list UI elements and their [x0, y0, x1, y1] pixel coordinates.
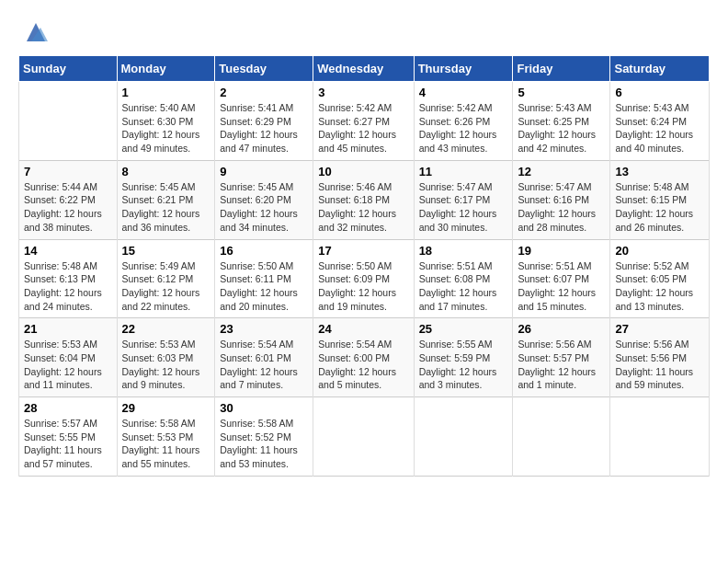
day-number: 28: [24, 401, 112, 415]
day-number: 25: [419, 322, 508, 336]
day-info: Sunrise: 5:48 AM Sunset: 6:13 PM Dayligh…: [24, 259, 112, 314]
calendar-cell: 17Sunrise: 5:50 AM Sunset: 6:09 PM Dayli…: [313, 239, 414, 318]
day-number: 10: [318, 165, 408, 178]
weekday-header: Tuesday: [215, 56, 313, 82]
calendar-cell: 28Sunrise: 5:57 AM Sunset: 5:55 PM Dayli…: [19, 397, 118, 477]
calendar-cell: 25Sunrise: 5:55 AM Sunset: 5:59 PM Dayli…: [414, 318, 513, 397]
calendar-week-row: 21Sunrise: 5:53 AM Sunset: 6:04 PM Dayli…: [19, 318, 710, 397]
day-number: 23: [220, 322, 308, 336]
calendar-cell: 23Sunrise: 5:54 AM Sunset: 6:01 PM Dayli…: [215, 318, 313, 397]
weekday-header: Sunday: [19, 56, 118, 82]
calendar-cell: 22Sunrise: 5:53 AM Sunset: 6:03 PM Dayli…: [117, 318, 215, 397]
weekday-header: Saturday: [610, 56, 710, 82]
calendar-cell: 14Sunrise: 5:48 AM Sunset: 6:13 PM Dayli…: [19, 239, 118, 318]
day-number: 19: [518, 244, 605, 258]
calendar-cell: [19, 82, 118, 161]
calendar-cell: [610, 397, 710, 477]
day-number: 1: [122, 86, 210, 99]
calendar-cell: 4Sunrise: 5:42 AM Sunset: 6:26 PM Daylig…: [414, 82, 513, 161]
day-info: Sunrise: 5:47 AM Sunset: 6:16 PM Dayligh…: [518, 180, 605, 235]
calendar-cell: 3Sunrise: 5:42 AM Sunset: 6:27 PM Daylig…: [313, 82, 414, 161]
calendar-cell: 2Sunrise: 5:41 AM Sunset: 6:29 PM Daylig…: [215, 82, 313, 161]
calendar-cell: [513, 397, 610, 477]
calendar-cell: 11Sunrise: 5:47 AM Sunset: 6:17 PM Dayli…: [414, 160, 513, 239]
weekday-header: Thursday: [414, 56, 513, 82]
calendar-header: SundayMondayTuesdayWednesdayThursdayFrid…: [19, 56, 710, 82]
day-info: Sunrise: 5:54 AM Sunset: 6:01 PM Dayligh…: [220, 338, 308, 392]
calendar-week-row: 7Sunrise: 5:44 AM Sunset: 6:22 PM Daylig…: [19, 160, 710, 239]
day-info: Sunrise: 5:43 AM Sunset: 6:25 PM Dayligh…: [518, 101, 605, 155]
day-info: Sunrise: 5:53 AM Sunset: 6:03 PM Dayligh…: [122, 338, 210, 392]
day-info: Sunrise: 5:42 AM Sunset: 6:27 PM Dayligh…: [318, 101, 408, 155]
calendar-cell: 6Sunrise: 5:43 AM Sunset: 6:24 PM Daylig…: [610, 82, 710, 161]
day-number: 2: [220, 86, 308, 99]
logo-icon: [22, 18, 50, 46]
calendar-cell: 1Sunrise: 5:40 AM Sunset: 6:30 PM Daylig…: [117, 82, 215, 161]
calendar-cell: [313, 397, 414, 477]
calendar-cell: 19Sunrise: 5:51 AM Sunset: 6:07 PM Dayli…: [513, 239, 610, 318]
day-info: Sunrise: 5:46 AM Sunset: 6:18 PM Dayligh…: [318, 180, 408, 235]
day-number: 30: [220, 401, 308, 415]
day-info: Sunrise: 5:50 AM Sunset: 6:09 PM Dayligh…: [318, 259, 408, 314]
calendar-cell: 18Sunrise: 5:51 AM Sunset: 6:08 PM Dayli…: [414, 239, 513, 318]
day-number: 22: [122, 322, 210, 336]
day-info: Sunrise: 5:58 AM Sunset: 5:53 PM Dayligh…: [122, 417, 210, 471]
calendar-cell: 30Sunrise: 5:58 AM Sunset: 5:52 PM Dayli…: [215, 397, 313, 477]
day-number: 6: [615, 86, 704, 99]
day-info: Sunrise: 5:51 AM Sunset: 6:08 PM Dayligh…: [419, 259, 508, 314]
weekday-header: Monday: [117, 56, 215, 82]
day-info: Sunrise: 5:47 AM Sunset: 6:17 PM Dayligh…: [419, 180, 508, 235]
day-number: 18: [419, 244, 508, 258]
calendar-week-row: 28Sunrise: 5:57 AM Sunset: 5:55 PM Dayli…: [19, 397, 710, 477]
day-info: Sunrise: 5:45 AM Sunset: 6:21 PM Dayligh…: [122, 180, 210, 235]
day-number: 16: [220, 244, 308, 258]
day-number: 17: [318, 244, 408, 258]
day-info: Sunrise: 5:42 AM Sunset: 6:26 PM Dayligh…: [419, 101, 508, 155]
day-number: 3: [318, 86, 408, 99]
calendar-cell: 9Sunrise: 5:45 AM Sunset: 6:20 PM Daylig…: [215, 160, 313, 239]
day-info: Sunrise: 5:41 AM Sunset: 6:29 PM Dayligh…: [220, 101, 308, 155]
day-number: 11: [419, 165, 508, 178]
day-info: Sunrise: 5:55 AM Sunset: 5:59 PM Dayligh…: [419, 338, 508, 392]
day-number: 8: [122, 165, 210, 178]
day-info: Sunrise: 5:45 AM Sunset: 6:20 PM Dayligh…: [220, 180, 308, 235]
day-number: 4: [419, 86, 508, 99]
calendar-cell: 10Sunrise: 5:46 AM Sunset: 6:18 PM Dayli…: [313, 160, 414, 239]
calendar-cell: 15Sunrise: 5:49 AM Sunset: 6:12 PM Dayli…: [117, 239, 215, 318]
day-info: Sunrise: 5:43 AM Sunset: 6:24 PM Dayligh…: [615, 101, 704, 155]
day-number: 14: [24, 244, 112, 258]
day-info: Sunrise: 5:53 AM Sunset: 6:04 PM Dayligh…: [24, 338, 112, 392]
calendar-body: 1Sunrise: 5:40 AM Sunset: 6:30 PM Daylig…: [19, 82, 710, 477]
day-number: 21: [24, 322, 112, 336]
page-header: [18, 18, 710, 46]
calendar-table: SundayMondayTuesdayWednesdayThursdayFrid…: [18, 55, 710, 477]
day-number: 5: [518, 86, 605, 99]
calendar-cell: 24Sunrise: 5:54 AM Sunset: 6:00 PM Dayli…: [313, 318, 414, 397]
weekday-header: Wednesday: [313, 56, 414, 82]
calendar-cell: [414, 397, 513, 477]
calendar-cell: 16Sunrise: 5:50 AM Sunset: 6:11 PM Dayli…: [215, 239, 313, 318]
weekday-header: Friday: [513, 56, 610, 82]
day-number: 20: [615, 244, 704, 258]
day-info: Sunrise: 5:48 AM Sunset: 6:15 PM Dayligh…: [615, 180, 704, 235]
calendar-cell: 27Sunrise: 5:56 AM Sunset: 5:56 PM Dayli…: [610, 318, 710, 397]
calendar-cell: 8Sunrise: 5:45 AM Sunset: 6:21 PM Daylig…: [117, 160, 215, 239]
day-info: Sunrise: 5:49 AM Sunset: 6:12 PM Dayligh…: [122, 259, 210, 314]
calendar-cell: 29Sunrise: 5:58 AM Sunset: 5:53 PM Dayli…: [117, 397, 215, 477]
day-info: Sunrise: 5:50 AM Sunset: 6:11 PM Dayligh…: [220, 259, 308, 314]
calendar-cell: 26Sunrise: 5:56 AM Sunset: 5:57 PM Dayli…: [513, 318, 610, 397]
day-number: 26: [518, 322, 605, 336]
day-number: 9: [220, 165, 308, 178]
calendar-cell: 13Sunrise: 5:48 AM Sunset: 6:15 PM Dayli…: [610, 160, 710, 239]
day-number: 27: [615, 322, 704, 336]
day-info: Sunrise: 5:51 AM Sunset: 6:07 PM Dayligh…: [518, 259, 605, 314]
calendar-cell: 5Sunrise: 5:43 AM Sunset: 6:25 PM Daylig…: [513, 82, 610, 161]
day-number: 24: [318, 322, 408, 336]
logo: [18, 18, 50, 46]
day-number: 29: [122, 401, 210, 415]
day-info: Sunrise: 5:52 AM Sunset: 6:05 PM Dayligh…: [615, 259, 704, 314]
day-number: 15: [122, 244, 210, 258]
day-info: Sunrise: 5:44 AM Sunset: 6:22 PM Dayligh…: [24, 180, 112, 235]
day-info: Sunrise: 5:54 AM Sunset: 6:00 PM Dayligh…: [318, 338, 408, 392]
day-number: 7: [24, 165, 112, 178]
